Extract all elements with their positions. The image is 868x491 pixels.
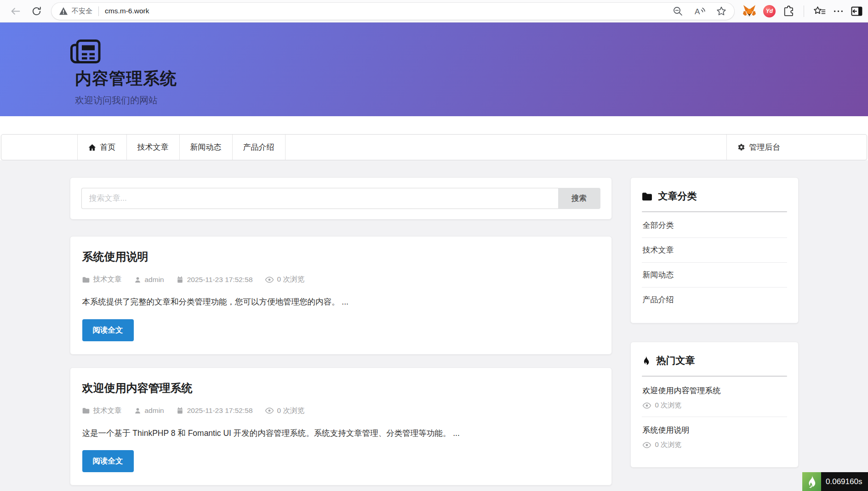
- category-item-products[interactable]: 产品介绍: [642, 288, 787, 312]
- nav-item-home[interactable]: 首页: [77, 135, 126, 160]
- browser-toolbar: 不安全 cms.m-6.work A Yd: [0, 0, 868, 23]
- hot-articles-card: 热门文章 欢迎使用内容管理系统 0 次浏览 系统使用说明: [630, 342, 799, 468]
- nav-strip: 首页 技术文章 新闻动态 产品介绍 管理后台: [0, 134, 868, 160]
- hot-articles-title: 热门文章: [657, 354, 695, 367]
- sidebar: 文章分类 全部分类 技术文章 新闻动态 产品介绍 热门文章: [630, 177, 799, 468]
- nav-item-label: 首页: [100, 142, 116, 152]
- nav-item-label: 新闻动态: [190, 142, 222, 152]
- page-content: 搜索 系统使用说明 技术文章 admin: [0, 160, 868, 491]
- article-author: admin: [145, 276, 164, 284]
- folder-icon: [642, 192, 652, 201]
- category-item-news[interactable]: 新闻动态: [642, 263, 787, 288]
- extensions-puzzle-icon[interactable]: [782, 5, 795, 17]
- search-button[interactable]: 搜索: [558, 188, 600, 209]
- user-icon: [134, 276, 141, 283]
- user-icon: [134, 407, 141, 414]
- main-column: 搜索 系统使用说明 技术文章 admin: [70, 177, 612, 491]
- hot-article-title[interactable]: 系统使用说明: [643, 425, 786, 435]
- article-excerpt: 这是一个基于 ThinkPHP 8 和 Fomantic UI 开发的内容管理系…: [82, 428, 600, 439]
- hot-article-title[interactable]: 欢迎使用内容管理系统: [643, 385, 786, 396]
- svg-text:A: A: [695, 7, 700, 16]
- search-card: 搜索: [70, 177, 612, 220]
- nav-item-label: 管理后台: [749, 142, 781, 152]
- more-options-icon[interactable]: [833, 6, 844, 17]
- hot-article-views: 0 次浏览: [655, 440, 682, 449]
- site-header: 内容管理系统 欢迎访问我们的网站: [0, 23, 868, 116]
- eye-icon: [265, 407, 274, 414]
- page-render-time: 0.069160s: [821, 472, 868, 491]
- nav-item-news[interactable]: 新闻动态: [179, 135, 232, 160]
- gear-icon: [737, 143, 745, 151]
- calendar-icon: [177, 407, 183, 414]
- article-category[interactable]: 技术文章: [93, 406, 122, 416]
- folder-icon: [82, 407, 90, 414]
- url-text: cms.m-6.work: [105, 7, 149, 15]
- article-title[interactable]: 系统使用说明: [82, 249, 600, 264]
- categories-card: 文章分类 全部分类 技术文章 新闻动态 产品介绍: [630, 177, 799, 323]
- nav-item-tech-articles[interactable]: 技术文章: [126, 135, 179, 160]
- calendar-icon: [177, 276, 183, 283]
- toolbar-separator: [804, 6, 804, 17]
- hot-article-item: 系统使用说明 0 次浏览: [642, 417, 787, 456]
- hot-article-views: 0 次浏览: [655, 401, 682, 410]
- categories-title: 文章分类: [658, 190, 697, 203]
- metamask-icon[interactable]: [742, 5, 756, 17]
- back-arrow-icon: [10, 6, 21, 17]
- article-title[interactable]: 欢迎使用内容管理系统: [82, 381, 600, 395]
- zoom-out-icon[interactable]: [672, 6, 683, 17]
- refresh-button[interactable]: [29, 3, 44, 19]
- article-date: 2025-11-23 17:52:58: [187, 276, 253, 284]
- article-date: 2025-11-23 17:52:58: [187, 406, 253, 415]
- eye-icon: [643, 402, 651, 409]
- article-category[interactable]: 技术文章: [93, 275, 122, 284]
- browser-window: 不安全 cms.m-6.work A Yd: [0, 0, 868, 491]
- thinkphp-trace-bar: 0.069160s: [802, 472, 868, 491]
- fire-icon: [642, 356, 651, 366]
- nav-item-label: 产品介绍: [243, 142, 274, 152]
- refresh-icon: [31, 6, 42, 17]
- folder-icon: [82, 277, 90, 283]
- article-excerpt: 本系统提供了完整的文章和分类管理功能，您可以方便地管理您的内容。 ...: [82, 296, 600, 308]
- article-views: 0 次浏览: [277, 275, 304, 284]
- read-aloud-icon[interactable]: A: [693, 6, 706, 17]
- nav-item-products[interactable]: 产品介绍: [232, 135, 286, 160]
- category-item-tech[interactable]: 技术文章: [642, 238, 787, 263]
- read-more-button[interactable]: 阅读全文: [82, 450, 134, 472]
- site-subtitle: 欢迎访问我们的网站: [75, 94, 868, 107]
- main-menu: 首页 技术文章 新闻动态 产品介绍 管理后台: [1, 134, 867, 160]
- newspaper-logo-icon: [70, 39, 101, 65]
- hot-article-item: 欢迎使用内容管理系统 0 次浏览: [642, 378, 787, 417]
- yd-extension-icon[interactable]: Yd: [763, 5, 776, 17]
- article-views: 0 次浏览: [277, 406, 304, 416]
- favorite-star-icon[interactable]: [716, 6, 727, 17]
- back-button[interactable]: [7, 3, 23, 19]
- divider: [642, 211, 787, 212]
- article-card: 欢迎使用内容管理系统 技术文章 admin 2025-11-23 17:5: [70, 367, 612, 486]
- url-separator: [98, 6, 99, 16]
- article-meta: 技术文章 admin 2025-11-23 17:52:58 0 次浏: [82, 275, 600, 284]
- nav-item-admin[interactable]: 管理后台: [726, 135, 791, 160]
- warning-icon: [59, 7, 68, 15]
- category-item-all[interactable]: 全部分类: [642, 213, 787, 238]
- article-author: admin: [145, 406, 164, 415]
- thinkphp-logo-icon[interactable]: [802, 472, 821, 491]
- home-icon: [88, 144, 96, 151]
- nav-item-label: 技术文章: [137, 142, 169, 152]
- article-meta: 技术文章 admin 2025-11-23 17:52:58 0 次浏: [82, 406, 600, 416]
- divider: [642, 376, 787, 377]
- address-bar[interactable]: 不安全 cms.m-6.work A: [51, 3, 734, 20]
- search-input[interactable]: [81, 188, 558, 209]
- security-label: 不安全: [72, 7, 92, 16]
- eye-icon: [643, 442, 651, 448]
- sidebar-panel-icon[interactable]: [851, 6, 862, 17]
- site-title: 内容管理系统: [75, 68, 868, 90]
- read-more-button[interactable]: 阅读全文: [82, 319, 134, 341]
- article-card: 系统使用说明 技术文章 admin 2025-11-23 17:52:58: [70, 236, 612, 355]
- eye-icon: [265, 277, 274, 283]
- favorites-bar-icon[interactable]: [813, 6, 826, 17]
